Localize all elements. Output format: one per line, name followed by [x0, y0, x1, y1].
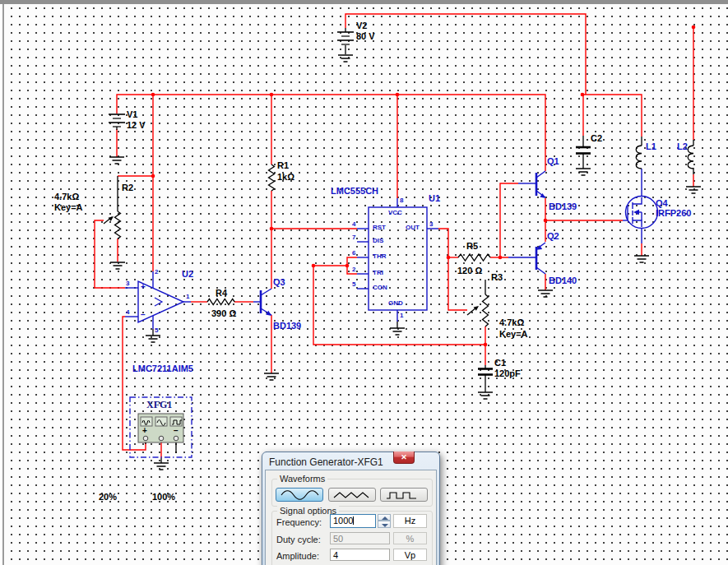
component-label[interactable]: R1: [277, 160, 289, 170]
ground-symbol[interactable]: [538, 290, 553, 297]
battery-v2[interactable]: [337, 32, 354, 44]
u1-pin-gnd: GND: [388, 299, 403, 307]
component-part[interactable]: LMC7211AIM5: [132, 364, 193, 373]
component-value[interactable]: 4.7kΩ: [499, 317, 524, 327]
triangle-waveform-button[interactable]: [328, 488, 376, 502]
spinner-down-button[interactable]: [378, 521, 391, 528]
resistor-r4[interactable]: [207, 299, 234, 305]
transistor-q2[interactable]: [536, 243, 545, 274]
ground-symbol[interactable]: [109, 157, 124, 164]
junction-dot: [270, 227, 274, 231]
sine-waveform-button[interactable]: [276, 488, 323, 502]
component-part[interactable]: BD140: [549, 276, 577, 285]
sine-wave-icon: [278, 489, 321, 501]
component-label[interactable]: C1: [494, 358, 506, 368]
component-label[interactable]: Q3: [273, 277, 285, 287]
component-label[interactable]: Q4: [656, 198, 668, 208]
component-label[interactable]: Q1: [547, 156, 559, 166]
mosfet-q4[interactable]: [626, 197, 658, 229]
ground-symbol[interactable]: [634, 256, 649, 262]
u1-pin-out: OUT: [406, 224, 420, 231]
component-value[interactable]: 12 V: [127, 120, 146, 130]
ground-symbol[interactable]: [390, 328, 405, 335]
inductor-l1[interactable]: [636, 146, 642, 169]
triangle-wave-icon: [331, 489, 373, 501]
u1-pin-number: 4: [352, 220, 355, 228]
component-key[interactable]: Key=A: [54, 202, 83, 212]
xfg-minus-sign: −: [174, 427, 179, 435]
capacitor-c2[interactable]: [576, 147, 591, 154]
xfg-plus-terminal[interactable]: [143, 436, 148, 441]
wire-layer[interactable]: [95, 14, 693, 458]
ground-symbol[interactable]: [576, 169, 591, 175]
duty-cycle-input[interactable]: 50: [330, 532, 390, 544]
ground-symbol[interactable]: [264, 373, 279, 380]
transistor-q1[interactable]: [536, 171, 545, 198]
component-label[interactable]: U1: [429, 193, 440, 203]
frequency-input[interactable]: 1000: [330, 514, 376, 528]
capacitor-c1[interactable]: [478, 369, 493, 375]
component-label[interactable]: Q2: [547, 231, 559, 241]
component-value[interactable]: 80 V: [356, 31, 375, 41]
u1-pin-number: 3: [429, 220, 433, 228]
inductor-l2[interactable]: [688, 146, 693, 169]
component-part[interactable]: LMC555CH: [331, 186, 378, 196]
wire[interactable]: [500, 183, 518, 257]
u1-pin-tri: TRI: [373, 269, 383, 276]
component-label[interactable]: V1: [127, 109, 137, 119]
battery-v1[interactable]: [109, 114, 125, 127]
ground-symbol[interactable]: [146, 336, 160, 342]
close-button[interactable]: ✕: [393, 452, 415, 464]
u2-plus-sign: +: [141, 283, 146, 291]
component-label[interactable]: R2: [122, 183, 133, 192]
component-value[interactable]: 4.7kΩ: [54, 192, 79, 201]
potentiometer-percent: 100%: [152, 492, 175, 502]
resistor-r5[interactable]: [458, 254, 490, 261]
component-part[interactable]: IRFP260: [656, 208, 691, 218]
potentiometer-percent: 20%: [99, 492, 117, 502]
component-label[interactable]: R3: [491, 272, 503, 282]
instrument-label[interactable]: XFG1: [146, 400, 172, 410]
component-label[interactable]: R5: [466, 241, 478, 251]
ground-symbol[interactable]: [478, 392, 493, 399]
transistor-q3[interactable]: [261, 289, 271, 316]
xfg-minus-terminal[interactable]: [174, 436, 179, 441]
potentiometer-r3[interactable]: [467, 294, 489, 326]
component-key[interactable]: Key=A: [499, 329, 528, 339]
function-generator-dialog: Function Generator-XFG1 ✕ Waveforms: [262, 452, 440, 565]
wire[interactable]: [345, 14, 586, 95]
component-value[interactable]: 390 Ω: [211, 308, 236, 318]
ground-symbol[interactable]: [154, 463, 169, 470]
component-value[interactable]: 1kΩ: [277, 172, 294, 182]
u1-pin-number: 6: [352, 249, 355, 257]
junction-dot: [270, 93, 274, 97]
dialog-body: Waveforms Signal options Frequency: [265, 470, 437, 565]
component-part[interactable]: BD139: [273, 321, 301, 331]
wire[interactable]: [95, 220, 125, 288]
u1-pin-con: CON: [373, 284, 387, 291]
ground-symbol[interactable]: [686, 187, 701, 193]
component-label[interactable]: R4: [216, 288, 227, 298]
component-label[interactable]: U2: [182, 269, 193, 279]
stub-layer: [117, 28, 693, 463]
potentiometer-r2[interactable]: [104, 211, 121, 239]
amplitude-input[interactable]: 4: [330, 549, 390, 561]
resistor-r1[interactable]: [269, 164, 275, 191]
xfg-common-terminal[interactable]: [159, 436, 164, 441]
component-label[interactable]: C2: [591, 133, 602, 143]
component-part[interactable]: BD139: [549, 201, 577, 211]
wire[interactable]: [117, 95, 545, 171]
component-label[interactable]: L2: [677, 141, 688, 151]
component-label[interactable]: L1: [646, 141, 656, 151]
component-value[interactable]: 120 Ω: [457, 266, 482, 276]
component-label[interactable]: V2: [356, 21, 367, 30]
dialog-title[interactable]: Function Generator-XFG1: [269, 456, 383, 468]
u1-pin-dis: DIS: [373, 237, 383, 244]
square-waveform-button[interactable]: [380, 488, 428, 502]
junction-dot: [544, 219, 548, 223]
wire[interactable]: [582, 95, 642, 137]
ground-symbol[interactable]: [338, 55, 353, 62]
component-value[interactable]: 120pF: [494, 368, 521, 378]
spinner-up-button[interactable]: [378, 514, 391, 521]
ground-symbol[interactable]: [110, 262, 125, 269]
